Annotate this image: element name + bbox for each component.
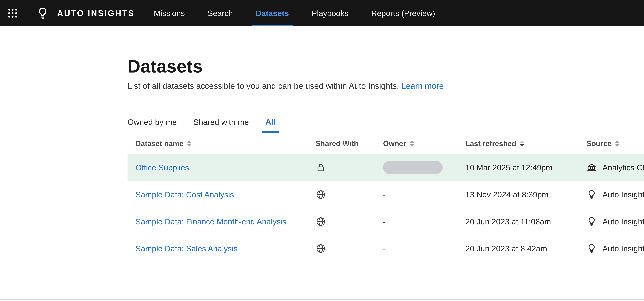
dataset-name-link[interactable]: Office Supplies xyxy=(136,163,189,172)
dataset-row: Sample Data: Finance Month-end Analysis-… xyxy=(128,208,644,235)
sort-icon xyxy=(409,140,414,148)
column-header-dataset-name[interactable]: Dataset name xyxy=(128,139,316,148)
globe-icon xyxy=(316,216,326,227)
bulb-icon xyxy=(586,243,597,254)
source-value: Auto Insights-Sample Dataset xyxy=(602,217,644,226)
nav-item-datasets[interactable]: Datasets xyxy=(254,0,290,26)
last-refreshed-cell: 20 Jun 2023 at 11:08am xyxy=(466,217,586,226)
dataset-name-cell: Sample Data: Finance Month-end Analysis xyxy=(128,217,316,226)
top-navbar: AUTO INSIGHTS MissionsSearchDatasetsPlay… xyxy=(0,0,644,26)
last-refreshed-value: 13 Nov 2024 at 8:39pm xyxy=(466,190,548,199)
source-cell: Auto Insights-Sample Dataset xyxy=(586,189,644,200)
owner-redacted-pill xyxy=(383,161,443,174)
auto-insights-logo-icon xyxy=(36,0,49,26)
dataset-name-link[interactable]: Sample Data: Cost Analysis xyxy=(136,190,234,199)
tab-all[interactable]: All xyxy=(262,117,279,133)
source-value: Auto Insights-Sample Dataset xyxy=(602,244,644,253)
dataset-name-link[interactable]: Sample Data: Sales Analysis xyxy=(136,244,238,253)
last-refreshed-value: 20 Jun 2023 at 8:42am xyxy=(466,244,547,253)
column-label: Shared With xyxy=(316,139,358,148)
source-value: Auto Insights-Sample Dataset xyxy=(602,190,644,199)
shared-with-cell xyxy=(316,216,383,227)
column-header-source[interactable]: Source xyxy=(586,139,644,148)
page-bottom-divider xyxy=(0,299,644,300)
source-cell: Auto Insights-Sample Dataset xyxy=(586,243,644,254)
source-cell: Analytics Cloud-File Upload xyxy=(586,162,644,173)
dataset-row: Sample Data: Sales Analysis-20 Jun 2023 … xyxy=(128,235,644,262)
tab-owned-by-me[interactable]: Owned by me xyxy=(128,118,177,133)
dataset-name-cell: Office Supplies xyxy=(128,163,316,172)
sort-desc-icon xyxy=(519,140,525,148)
column-label: Owner xyxy=(383,139,406,148)
shared-with-cell xyxy=(316,189,383,200)
nav-item-playbooks[interactable]: Playbooks xyxy=(310,0,350,26)
apps-grid-icon[interactable] xyxy=(0,0,24,26)
nav-item-reports-preview[interactable]: Reports (Preview) xyxy=(370,0,436,26)
last-refreshed-cell: 10 Mar 2025 at 12:49pm xyxy=(466,163,586,172)
primary-nav: MissionsSearchDatasetsPlaybooksReports (… xyxy=(152,0,456,26)
table-header-row: Dataset nameShared WithOwnerLast refresh… xyxy=(128,133,644,154)
bulb-icon xyxy=(586,189,597,200)
column-label: Dataset name xyxy=(136,139,184,148)
list-toolbar: Owned by meShared with meAll xyxy=(128,112,644,133)
owner-cell: - xyxy=(383,217,465,226)
page-title-block: Datasets List of all datasets accessible… xyxy=(128,56,444,92)
dataset-row: Office Supplies10 Mar 2025 at 12:49pmAna… xyxy=(128,154,644,181)
app-root: AUTO INSIGHTS MissionsSearchDatasetsPlay… xyxy=(0,0,644,301)
owner-value: - xyxy=(383,217,386,226)
globe-icon xyxy=(316,189,326,200)
column-header-owner[interactable]: Owner xyxy=(383,139,465,148)
owner-cell xyxy=(383,161,465,174)
owner-cell: - xyxy=(383,190,465,199)
nav-item-missions[interactable]: Missions xyxy=(152,0,186,26)
column-label: Source xyxy=(586,139,612,148)
shared-with-cell xyxy=(316,243,383,254)
owner-cell: - xyxy=(383,244,465,253)
column-header-shared-with: Shared With xyxy=(316,139,383,148)
page-subtitle-text: List of all datasets accessible to you a… xyxy=(128,81,399,90)
last-refreshed-value: 20 Jun 2023 at 11:08am xyxy=(466,217,551,226)
last-refreshed-value: 10 Mar 2025 at 12:49pm xyxy=(466,163,552,172)
source-cell: Auto Insights-Sample Dataset xyxy=(586,216,644,227)
sort-icon xyxy=(186,140,192,148)
dataset-name-link[interactable]: Sample Data: Finance Month-end Analysis xyxy=(136,217,286,226)
column-label: Last refreshed xyxy=(466,139,516,148)
datasets-table: Dataset nameShared WithOwnerLast refresh… xyxy=(128,133,644,262)
shared-with-cell xyxy=(316,162,383,173)
last-refreshed-cell: 13 Nov 2024 at 8:39pm xyxy=(466,190,586,199)
table-body: Office Supplies10 Mar 2025 at 12:49pmAna… xyxy=(128,154,644,262)
source-value: Analytics Cloud-File Upload xyxy=(602,163,644,172)
dataset-name-cell: Sample Data: Sales Analysis xyxy=(128,244,316,253)
dataset-row: Sample Data: Cost Analysis-13 Nov 2024 a… xyxy=(128,181,644,208)
lock-icon xyxy=(316,162,326,173)
page-subtitle: List of all datasets accessible to you a… xyxy=(128,80,444,92)
sort-icon xyxy=(614,140,620,148)
navbar-left: AUTO INSIGHTS MissionsSearchDatasetsPlay… xyxy=(0,0,456,26)
nav-item-search[interactable]: Search xyxy=(206,0,234,26)
last-refreshed-cell: 20 Jun 2023 at 8:42am xyxy=(466,244,586,253)
tab-shared-with-me[interactable]: Shared with me xyxy=(193,118,249,133)
page-header: Datasets List of all datasets accessible… xyxy=(128,56,644,92)
brand-title: AUTO INSIGHTS xyxy=(57,0,135,26)
owner-value: - xyxy=(383,244,386,253)
column-header-last-refreshed[interactable]: Last refreshed xyxy=(466,139,586,148)
page-title: Datasets xyxy=(128,56,444,77)
globe-icon xyxy=(316,243,326,254)
learn-more-link[interactable]: Learn more xyxy=(401,81,444,90)
building-icon xyxy=(586,162,597,173)
owner-value: - xyxy=(383,190,386,199)
dataset-name-cell: Sample Data: Cost Analysis xyxy=(128,190,316,199)
bulb-icon xyxy=(586,216,597,227)
main-content: Datasets List of all datasets accessible… xyxy=(128,56,644,262)
active-nav-underline xyxy=(252,24,293,26)
dataset-tabs: Owned by meShared with meAll xyxy=(128,117,292,133)
